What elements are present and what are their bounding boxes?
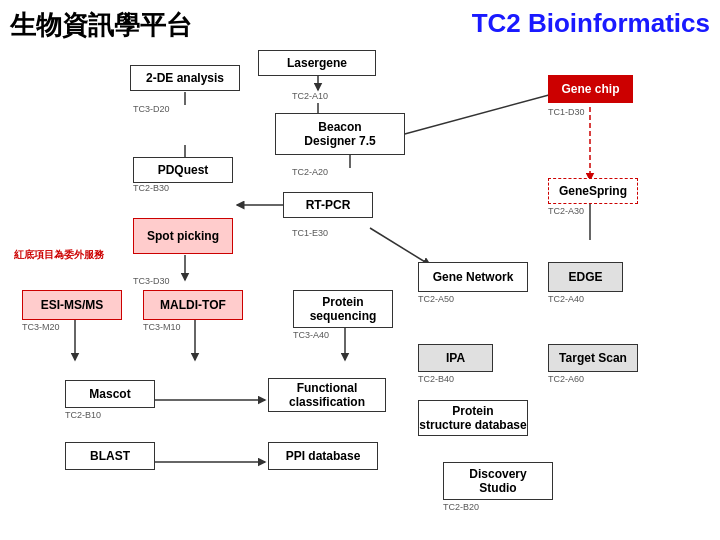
tc2-a40-label: TC2-A40 bbox=[548, 294, 584, 304]
tc3-d20-label: TC3-D20 bbox=[133, 104, 170, 114]
tc3-d30-label: TC3-D30 bbox=[133, 276, 170, 286]
ipa-label: IPA bbox=[446, 351, 465, 365]
tc2-a20-label: TC2-A20 bbox=[292, 167, 328, 177]
two-de-label: 2-DE analysis bbox=[146, 71, 224, 85]
gene-chip-box: Gene chip bbox=[548, 75, 633, 103]
tc1-d30-label: TC1-D30 bbox=[548, 107, 585, 117]
gene-chip-label: Gene chip bbox=[561, 82, 619, 96]
gene-network-box: Gene Network bbox=[418, 262, 528, 292]
beacon-box: Beacon Designer 7.5 bbox=[275, 113, 405, 155]
red-note: 紅底項目為委外服務 bbox=[14, 248, 104, 262]
tc3-m10-label: TC3-M10 bbox=[143, 322, 181, 332]
rt-pcr-label: RT-PCR bbox=[306, 198, 351, 212]
lasergene-box: Lasergene bbox=[258, 50, 376, 76]
tc2-b10-label: TC2-B10 bbox=[65, 410, 101, 420]
page-container: 生物資訊學平台 TC2 Bioinformatics bbox=[0, 0, 720, 540]
esi-box: ESI-MS/MS bbox=[22, 290, 122, 320]
ipa-box: IPA bbox=[418, 344, 493, 372]
tc2-b30-label: TC2-B30 bbox=[133, 183, 169, 193]
functional-label: Functional classification bbox=[289, 381, 365, 409]
svg-line-9 bbox=[370, 228, 430, 265]
blast-box: BLAST bbox=[65, 442, 155, 470]
lasergene-label: Lasergene bbox=[287, 56, 347, 70]
gene-network-label: Gene Network bbox=[433, 270, 514, 284]
blast-label: BLAST bbox=[90, 449, 130, 463]
protein-seq-box: Protein sequencing bbox=[293, 290, 393, 328]
two-de-box: 2-DE analysis bbox=[130, 65, 240, 91]
spot-picking-box: Spot picking bbox=[133, 218, 233, 254]
edge-label: EDGE bbox=[568, 270, 602, 284]
protein-struct-label: Protein structure database bbox=[419, 404, 526, 432]
esi-label: ESI-MS/MS bbox=[41, 298, 104, 312]
ppi-label: PPI database bbox=[286, 449, 361, 463]
discovery-label: Discovery Studio bbox=[469, 467, 526, 495]
ppi-box: PPI database bbox=[268, 442, 378, 470]
tc3-a40-label: TC3-A40 bbox=[293, 330, 329, 340]
maldi-box: MALDI-TOF bbox=[143, 290, 243, 320]
tc3-m20-label: TC3-M20 bbox=[22, 322, 60, 332]
protein-struct-box: Protein structure database bbox=[418, 400, 528, 436]
spot-picking-label: Spot picking bbox=[147, 229, 219, 243]
mascot-label: Mascot bbox=[89, 387, 130, 401]
tc1-e30-label: TC1-E30 bbox=[292, 228, 328, 238]
pdquest-box: PDQuest bbox=[133, 157, 233, 183]
maldi-label: MALDI-TOF bbox=[160, 298, 226, 312]
genespring-box: GeneSpring bbox=[548, 178, 638, 204]
protein-seq-label: Protein sequencing bbox=[310, 295, 377, 323]
title-chinese: 生物資訊學平台 bbox=[10, 8, 192, 43]
edge-box: EDGE bbox=[548, 262, 623, 292]
beacon-label: Beacon Designer 7.5 bbox=[304, 120, 375, 148]
tc2-a50-label: TC2-A50 bbox=[418, 294, 454, 304]
svg-line-4 bbox=[390, 92, 560, 138]
discovery-box: Discovery Studio bbox=[443, 462, 553, 500]
genespring-label: GeneSpring bbox=[559, 184, 627, 198]
functional-box: Functional classification bbox=[268, 378, 386, 412]
target-scan-box: Target Scan bbox=[548, 344, 638, 372]
tc2-a30-label: TC2-A30 bbox=[548, 206, 584, 216]
target-scan-label: Target Scan bbox=[559, 351, 627, 365]
pdquest-label: PDQuest bbox=[158, 163, 209, 177]
tc2-a60-label: TC2-A60 bbox=[548, 374, 584, 384]
title-english: TC2 Bioinformatics bbox=[472, 8, 710, 39]
tc2-b40-label: TC2-B40 bbox=[418, 374, 454, 384]
tc2-b20-label: TC2-B20 bbox=[443, 502, 479, 512]
tc2-a10-label: TC2-A10 bbox=[292, 91, 328, 101]
rt-pcr-box: RT-PCR bbox=[283, 192, 373, 218]
mascot-box: Mascot bbox=[65, 380, 155, 408]
